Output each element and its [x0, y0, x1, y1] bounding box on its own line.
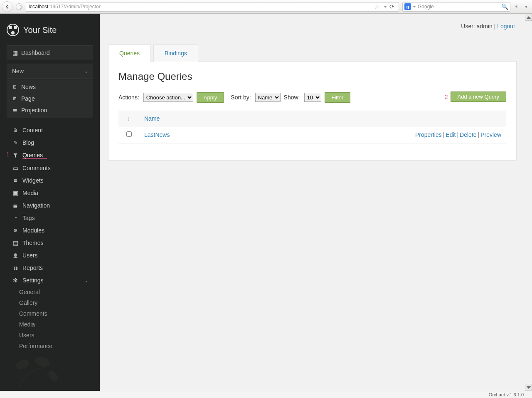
- search-engine-caret-icon[interactable]: [413, 6, 416, 7]
- reload-icon[interactable]: ⟳: [389, 3, 394, 10]
- search-engine-icon[interactable]: g: [404, 3, 411, 10]
- toolbar-menu-caret-icon[interactable]: ▾: [522, 4, 530, 10]
- search-submit-icon[interactable]: 🔍: [501, 3, 508, 10]
- site-identity-icon[interactable]: [16, 3, 22, 10]
- search-placeholder: Google: [418, 4, 501, 10]
- url-bar[interactable]: localhost:19517/Admin/Projector ☆ ⟳: [26, 2, 399, 12]
- url-history-caret-icon[interactable]: [384, 6, 387, 8]
- browser-chrome: localhost:19517/Admin/Projector ☆ ⟳ g Go…: [0, 0, 532, 14]
- url-path: :19517/Admin/Projector: [48, 4, 100, 10]
- url-host: localhost: [29, 4, 48, 10]
- back-button[interactable]: [2, 1, 12, 12]
- bookmark-star-icon[interactable]: ☆: [374, 3, 379, 10]
- toolbar-overflow-icon[interactable]: ✶: [512, 4, 520, 10]
- browser-search-box[interactable]: g Google 🔍: [402, 2, 510, 12]
